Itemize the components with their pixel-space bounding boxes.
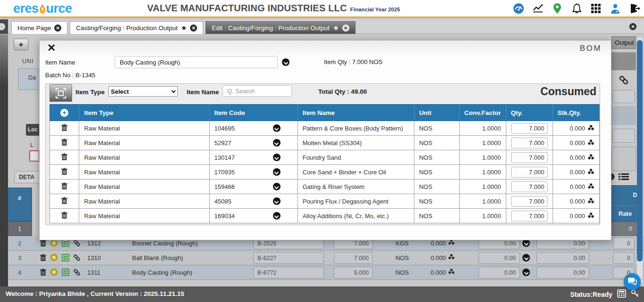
dashboard-icon[interactable]	[513, 3, 524, 14]
close-all-tabs-icon[interactable]: ✕	[629, 23, 636, 30]
cell-item-type: Raw Material	[79, 180, 209, 194]
delete-row-icon[interactable]	[61, 155, 67, 162]
link-icon[interactable]	[73, 239, 81, 248]
batch-no-input[interactable]	[253, 267, 324, 278]
cancel-row-icon[interactable]	[50, 239, 58, 248]
delete-row-icon[interactable]	[61, 199, 67, 206]
tab-favorite-star-icon[interactable]: ★	[333, 24, 339, 32]
delete-row-icon[interactable]	[40, 269, 46, 278]
stock-icon[interactable]	[587, 212, 594, 220]
rate-input[interactable]	[613, 237, 635, 249]
required-field-input[interactable]	[29, 150, 40, 162]
bom-frame-icon[interactable]	[62, 254, 69, 263]
tab-close-icon[interactable]: ✕	[190, 24, 197, 32]
tab-production-output[interactable]: Casting/Forging : Production Output ★ ✕	[70, 21, 203, 34]
background-input[interactable]	[612, 90, 635, 103]
value-input[interactable]	[537, 267, 589, 278]
eresource-logo[interactable]: eresurce	[13, 1, 72, 16]
batch-no-input[interactable]	[253, 252, 324, 264]
qty-input[interactable]	[511, 167, 548, 178]
item-code-dropdown-icon[interactable]	[273, 212, 281, 220]
background-input[interactable]	[612, 129, 635, 143]
location-tab-button[interactable]: Loc	[26, 124, 40, 136]
notifications-bell-icon[interactable]	[571, 3, 582, 14]
stock-icon[interactable]	[587, 168, 594, 176]
item-code-dropdown-icon[interactable]	[273, 154, 281, 161]
cancel-row-icon[interactable]	[50, 253, 58, 263]
stock-icon[interactable]	[587, 124, 594, 132]
item-code-dropdown-icon[interactable]	[273, 139, 281, 147]
add-item-icon[interactable]: +	[60, 109, 68, 117]
consumed-item-row: Raw Material 170935 Core Sand + Binder +…	[50, 165, 600, 180]
location-pin-icon[interactable]	[552, 3, 563, 14]
item-name-search-input[interactable]	[223, 85, 292, 97]
quantity-input[interactable]	[334, 252, 373, 264]
calculator-icon[interactable]	[617, 289, 626, 299]
dropdown-icon[interactable]	[522, 254, 530, 261]
chat-widget-button[interactable]	[624, 273, 641, 290]
delete-row-icon[interactable]	[61, 213, 67, 220]
tab-scroll-left[interactable]: ‹	[0, 19, 8, 34]
tab-label: Casting/Forging : Production Output	[76, 24, 177, 32]
item-name-input[interactable]	[115, 56, 278, 68]
quantity-input[interactable]	[334, 267, 373, 278]
collapsed-side-menu[interactable]	[0, 34, 8, 286]
item-name-dropdown-icon[interactable]	[282, 58, 289, 66]
item-code-dropdown-icon[interactable]	[273, 168, 281, 176]
qty-input[interactable]	[511, 211, 548, 221]
cancel-row-icon[interactable]	[50, 268, 58, 278]
tab-edit-production-output[interactable]: Edit : Casting/Forging : Production Outp…	[206, 21, 355, 34]
scan-filter-button[interactable]	[50, 84, 72, 102]
chart-icon[interactable]	[532, 3, 544, 14]
logout-icon[interactable]	[629, 3, 640, 14]
stock-icon[interactable]	[448, 251, 455, 265]
value-input[interactable]	[479, 252, 520, 264]
delete-row-icon[interactable]	[61, 184, 67, 191]
output-tab[interactable]: Output	[611, 36, 636, 49]
rate-input[interactable]	[613, 252, 635, 264]
qty-input[interactable]	[511, 123, 548, 134]
stock-icon[interactable]	[448, 265, 455, 280]
bom-frame-icon[interactable]	[62, 239, 69, 248]
key-icon[interactable]	[631, 289, 639, 299]
tab-favorite-star-icon[interactable]: ★	[181, 24, 187, 32]
frame-scan-icon	[56, 88, 66, 98]
stock-icon[interactable]	[587, 183, 594, 191]
dropdown-icon[interactable]	[522, 239, 530, 247]
user-profile-icon[interactable]	[610, 3, 621, 14]
stock-icon[interactable]	[587, 139, 594, 147]
value-input[interactable]	[479, 267, 520, 278]
delete-row-icon[interactable]	[61, 140, 67, 147]
delete-row-icon[interactable]	[61, 170, 67, 177]
delete-row-icon[interactable]	[40, 254, 46, 263]
add-record-button[interactable]: +	[14, 39, 28, 50]
item-code-dropdown-icon[interactable]	[273, 124, 281, 132]
item-type-select[interactable]: Select	[108, 86, 178, 97]
value-input[interactable]	[537, 252, 589, 264]
qty-input[interactable]	[511, 196, 548, 207]
tab-close-icon[interactable]: ✕	[342, 24, 349, 32]
item-code-dropdown-icon[interactable]	[273, 183, 281, 190]
apps-grid-icon[interactable]	[590, 3, 602, 14]
delete-row-icon[interactable]	[40, 239, 46, 248]
consumed-item-row: Raw Material 104695 Pattern & Core Boxes…	[50, 121, 600, 136]
tab-home-page[interactable]: Home Page ✕	[11, 21, 67, 34]
item-code-dropdown-icon[interactable]	[273, 197, 281, 205]
stock-icon[interactable]	[587, 154, 594, 162]
link-icon[interactable]	[619, 75, 629, 87]
list-view-icon[interactable]	[619, 173, 629, 182]
delete-row-icon[interactable]	[61, 126, 67, 133]
vertical-scrollbar-thumb[interactable]	[637, 40, 643, 261]
bom-modal: ✕ BOM Item Name Item Qty : 7.000 NOS Bat…	[39, 40, 611, 240]
qty-input[interactable]	[511, 138, 548, 148]
qty-input[interactable]	[511, 181, 548, 192]
tab-close-icon[interactable]: ✕	[54, 24, 61, 32]
link-icon[interactable]	[73, 254, 81, 263]
stock-icon[interactable]	[587, 197, 594, 205]
stock-qty-cell: 0.000	[417, 265, 455, 280]
qty-input[interactable]	[511, 152, 548, 163]
dropdown-icon[interactable]	[522, 269, 530, 276]
modal-close-icon[interactable]: ✕	[47, 42, 56, 54]
bom-frame-icon[interactable]	[62, 269, 69, 278]
link-icon[interactable]	[73, 269, 81, 278]
